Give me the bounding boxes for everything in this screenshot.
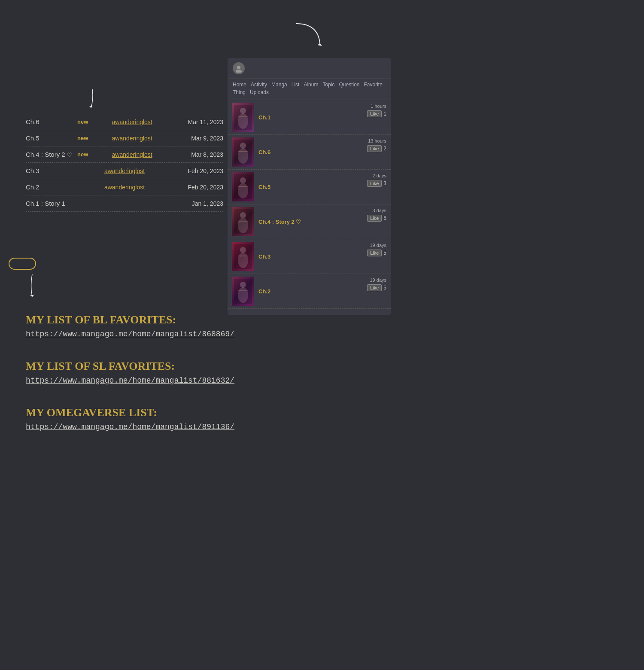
nav-item-favorite[interactable]: Favorite xyxy=(364,82,382,88)
chapter-date: Mar 9, 2023 xyxy=(176,135,223,142)
click-links-bubble xyxy=(9,258,36,270)
chapter-date: Feb 20, 2023 xyxy=(176,168,223,174)
username-link[interactable]: awanderinglost xyxy=(92,119,172,125)
chapter-label: Ch.6 xyxy=(26,118,73,125)
heart-icon: ♡ xyxy=(67,152,72,158)
new-badge: new xyxy=(77,135,88,141)
svg-point-21 xyxy=(240,247,246,253)
chapter-meta: 3 days Like 5 xyxy=(367,208,386,222)
username-link[interactable]: awanderinglost xyxy=(92,135,172,142)
svg-point-13 xyxy=(240,177,246,183)
chapter-title: Ch.2 xyxy=(258,288,270,295)
like-count: 5 xyxy=(383,250,386,256)
manga-figure xyxy=(232,207,254,236)
list-block: MY OMEGAVERSE LIST: https://www.mangago.… xyxy=(26,406,234,431)
like-count: 2 xyxy=(383,146,386,152)
nav-item-activity[interactable]: Activity xyxy=(251,82,267,88)
chapter-label: Ch.2 xyxy=(26,183,73,191)
my-uploads-annotation xyxy=(292,21,326,52)
svg-point-2 xyxy=(237,66,240,69)
chapter-thumbnail xyxy=(232,207,254,236)
chapter-time: 19 days xyxy=(367,277,386,283)
list-block: MY LIST OF SL FAVORITES: https://www.man… xyxy=(26,360,234,385)
svg-point-17 xyxy=(240,212,246,218)
username-link[interactable]: awanderinglost xyxy=(77,168,172,174)
username-link[interactable]: awanderinglost xyxy=(92,151,172,158)
table-row: Ch.3awanderinglostFeb 20, 2023 xyxy=(26,163,223,179)
panel-chapter-list: Ch.1 1 hours Like 1 Ch.6 13 hours xyxy=(228,98,391,311)
nav-item-topic[interactable]: Topic xyxy=(322,82,334,88)
list-link[interactable]: https://www.mangago.me/home/mangalist/86… xyxy=(26,330,234,338)
nav-item-manga[interactable]: Manga xyxy=(271,82,287,88)
svg-marker-28 xyxy=(30,295,34,297)
like-button[interactable]: Like xyxy=(367,180,382,187)
like-button[interactable]: Like xyxy=(367,250,382,256)
like-row: Like 5 xyxy=(367,284,386,291)
svg-point-5 xyxy=(240,108,246,114)
manga-figure xyxy=(232,137,254,167)
nav-item-list[interactable]: List xyxy=(292,82,300,88)
page-wrapper: Ch.6newawanderinglostMar 11, 2023Ch.5new… xyxy=(0,0,644,670)
nav-item-uploads[interactable]: Uploads xyxy=(250,89,269,95)
chapter-meta: 19 days Like 5 xyxy=(367,243,386,256)
chapter-title: Ch.6 xyxy=(258,149,270,155)
list-heading: MY LIST OF BL FAVORITES: xyxy=(26,314,234,326)
chapter-label: Ch.3 xyxy=(26,167,73,174)
svg-marker-1 xyxy=(89,106,93,108)
chapter-date: Mar 8, 2023 xyxy=(176,151,223,158)
list-heading: MY OMEGAVERSE LIST: xyxy=(26,406,234,419)
uploads-nav: HomeActivityMangaListAlbumTopicQuestionF… xyxy=(228,79,391,98)
like-row: Like 5 xyxy=(367,250,386,256)
manga-figure xyxy=(232,103,254,132)
list-heading: MY LIST OF SL FAVORITES: xyxy=(26,360,234,373)
new-badge: new xyxy=(77,119,88,125)
like-button[interactable]: Like xyxy=(367,284,382,291)
svg-point-26 xyxy=(238,287,248,303)
chapter-thumbnail xyxy=(232,172,254,201)
list-link[interactable]: https://www.mangago.me/home/mangalist/89… xyxy=(26,423,234,431)
like-button[interactable]: Like xyxy=(367,110,382,117)
table-row: Ch.1 : Story 1Jan 1, 2023 xyxy=(26,195,223,212)
chapter-meta: 1 hours Like 1 xyxy=(367,104,386,117)
chapter-time: 1 hours xyxy=(367,104,386,109)
svg-point-10 xyxy=(238,148,248,164)
chapter-thumbnail xyxy=(232,242,254,271)
table-row: Ch.6newawanderinglostMar 11, 2023 xyxy=(26,114,223,130)
like-button[interactable]: Like xyxy=(367,215,382,222)
click-links-arrow-icon xyxy=(26,273,39,302)
avatar xyxy=(233,62,245,74)
chapter-meta: 2 days Like 3 xyxy=(367,173,386,187)
like-row: Like 5 xyxy=(367,215,386,222)
chapter-title: Ch.4 : Story 2 ♡ xyxy=(258,219,301,225)
list-link[interactable]: https://www.mangago.me/home/mangalist/88… xyxy=(26,376,234,385)
svg-point-9 xyxy=(240,143,246,149)
chapter-thumbnail xyxy=(232,103,254,132)
panel-chapter-item: Ch.1 1 hours Like 1 xyxy=(228,100,391,135)
chapter-date: Feb 20, 2023 xyxy=(176,184,223,191)
chapter-title: Ch.3 xyxy=(258,253,270,260)
chapter-date: Mar 11, 2023 xyxy=(176,119,223,125)
manga-figure xyxy=(232,277,254,306)
like-count: 1 xyxy=(383,111,386,117)
chapter-title: Ch.5 xyxy=(258,184,270,190)
chapter-table: Ch.6newawanderinglostMar 11, 2023Ch.5new… xyxy=(0,114,223,212)
nav-item-question[interactable]: Question xyxy=(339,82,359,88)
like-row: Like 3 xyxy=(367,180,386,187)
manga-figure xyxy=(232,172,254,201)
nav-item-album[interactable]: Album xyxy=(304,82,318,88)
like-button[interactable]: Like xyxy=(367,145,382,152)
username-link[interactable]: awanderinglost xyxy=(77,184,172,191)
like-row: Like 2 xyxy=(367,145,386,152)
chapter-time: 19 days xyxy=(367,243,386,248)
chapter-label: Ch.4 : Story 2 ♡ xyxy=(26,151,73,158)
nav-item-home[interactable]: Home xyxy=(233,82,246,88)
panel-chapter-item: Ch.5 2 days Like 3 xyxy=(228,170,391,204)
panel-chapter-item: Ch.6 13 hours Like 2 xyxy=(228,135,391,170)
new-badge: new xyxy=(77,151,88,158)
click-username-arrow-icon xyxy=(86,88,99,113)
click-username-annotation xyxy=(86,86,99,113)
chapter-time: 3 days xyxy=(367,208,386,213)
nav-item-thing[interactable]: Thing xyxy=(233,89,246,95)
chapter-label: Ch.5 xyxy=(26,134,73,142)
uploads-panel: HomeActivityMangaListAlbumTopicQuestionF… xyxy=(228,58,391,315)
